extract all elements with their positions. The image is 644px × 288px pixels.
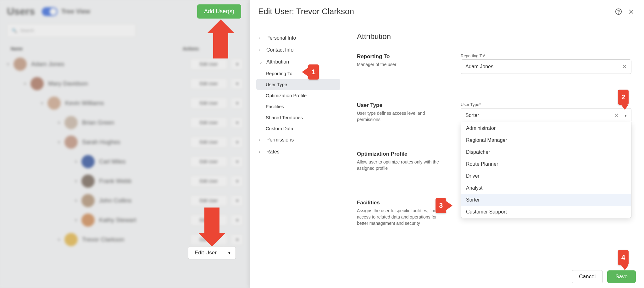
toc-item[interactable]: Facilities (256, 101, 340, 112)
dropdown-option[interactable]: Regional Manager (461, 134, 631, 146)
user-type-desc: User type defines access level and permi… (357, 110, 448, 123)
reporting-to-value: Adam Jones (465, 64, 493, 69)
toc-group-label: Personal Info (266, 35, 296, 41)
toc-group[interactable]: ›Rates (256, 146, 340, 158)
toc-group-label: Attribution (266, 59, 289, 65)
annotation-arrow-3 (446, 201, 452, 210)
save-button[interactable]: Save (607, 270, 636, 283)
cancel-button[interactable]: Cancel (572, 270, 603, 283)
panel-title: Edit User: Trevor Clarkson (258, 7, 611, 16)
toc-group-label: Contact Info (266, 47, 293, 53)
reporting-to-label: Reporting To* (461, 53, 631, 58)
toc-group[interactable]: ›Contact Info (256, 44, 340, 56)
chevron-right-icon: › (259, 137, 263, 142)
panel-footer: Cancel Save (250, 265, 644, 288)
toc-item[interactable]: Reporting To (256, 68, 340, 79)
close-icon[interactable] (626, 7, 636, 16)
toc-group-label: Permissions (266, 137, 294, 143)
user-type-dropdown: AdministratorRegional ManagerDispatcherR… (461, 122, 631, 218)
chevron-down-icon: ▾ (228, 251, 230, 255)
field-reporting-to: Reporting To Manager of the user Reporti… (357, 53, 631, 74)
annotation-arrow-down (198, 208, 226, 246)
toc-group-label: Rates (266, 149, 280, 155)
user-type-label: User Type* (461, 102, 631, 107)
panel-header: Edit User: Trevor Clarkson (250, 0, 644, 23)
user-type-value: Sorter (465, 113, 479, 118)
reporting-to-desc: Manager of the user (357, 62, 448, 68)
user-type-heading: User Type (357, 102, 448, 108)
toc-item[interactable]: Optimization Profile (256, 90, 340, 101)
opt-profile-heading: Optimization Profile (357, 151, 448, 157)
annotation-badge-1: 1 (308, 64, 319, 80)
add-users-wrap: Add User(s) (197, 4, 241, 19)
reporting-to-heading: Reporting To (357, 53, 448, 60)
dropdown-option[interactable]: Analyst (461, 182, 631, 194)
user-type-select[interactable]: Sorter ✕ ▾ (461, 108, 631, 123)
toc-group[interactable]: ⌄Attribution (256, 56, 340, 68)
add-users-button[interactable]: Add User(s) (197, 4, 241, 19)
field-user-type: User Type User type defines access level… (357, 102, 631, 123)
dropdown-option[interactable]: Sorter (461, 194, 631, 206)
toc-item[interactable]: Shared Territories (256, 112, 340, 123)
chevron-right-icon: › (259, 47, 263, 53)
toc-item[interactable]: User Type (256, 79, 340, 90)
section-title: Attribution (357, 32, 631, 41)
panel-form: Attribution Reporting To Manager of the … (344, 23, 644, 265)
annotation-badge-2: 2 (618, 90, 629, 105)
chevron-down-icon[interactable]: ▾ (625, 113, 627, 118)
facilities-heading: Facilities (357, 200, 448, 206)
facilities-desc: Assigns the user to specific facilities,… (357, 208, 448, 226)
annotation-arrow-4 (621, 265, 629, 270)
dropdown-option[interactable]: Dispatcher (461, 146, 631, 158)
dropdown-option[interactable]: Administrator (461, 122, 631, 134)
annotation-arrow-2 (621, 105, 629, 110)
edit-user-wrap: Edit User ▾ (188, 246, 236, 259)
reporting-to-input[interactable]: Adam Jones ✕ (461, 59, 631, 74)
chevron-right-icon: › (259, 149, 263, 154)
toc-item[interactable]: Custom Data (256, 123, 340, 134)
annotation-badge-3: 3 (436, 198, 446, 213)
panel-toc: ›Personal Info›Contact Info⌄AttributionR… (250, 23, 344, 265)
svg-point-1 (618, 13, 619, 13)
opt-profile-desc: Allow user to optimize routes only with … (357, 159, 448, 171)
annotation-arrow-up (207, 19, 235, 58)
clear-icon[interactable]: ✕ (622, 63, 627, 70)
edit-user-panel: Edit User: Trevor Clarkson ›Personal Inf… (250, 0, 644, 288)
chevron-right-icon: › (259, 36, 263, 41)
dropdown-option[interactable]: Driver (461, 170, 631, 182)
dropdown-option[interactable]: Customer Support (461, 206, 631, 218)
edit-user-button[interactable]: Edit User (188, 246, 223, 259)
svg-point-0 (616, 8, 621, 14)
annotation-badge-4: 4 (618, 250, 629, 265)
edit-user-dropdown[interactable]: ▾ (223, 246, 236, 259)
chevron-down-icon: ⌄ (259, 59, 263, 64)
clear-icon[interactable]: ✕ (614, 112, 619, 119)
dropdown-option[interactable]: Route Planner (461, 158, 631, 170)
toc-group[interactable]: ›Personal Info (256, 32, 340, 44)
help-icon[interactable] (614, 7, 623, 16)
toc-group[interactable]: ›Permissions (256, 134, 340, 146)
annotation-arrow-1 (302, 68, 308, 76)
